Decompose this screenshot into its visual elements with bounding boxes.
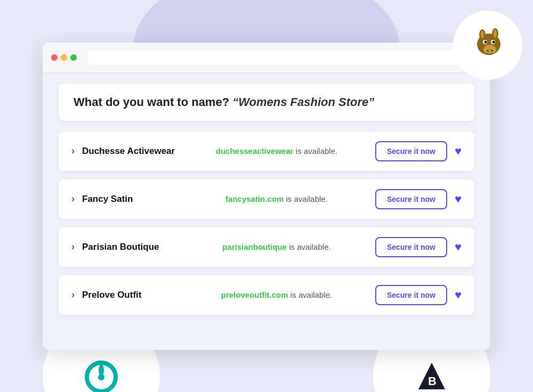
svg-text:B: B xyxy=(428,374,437,388)
minimize-button[interactable] xyxy=(61,54,67,61)
godaddy-logo-icon xyxy=(77,352,125,392)
svg-point-8 xyxy=(484,41,487,44)
svg-point-2 xyxy=(481,31,484,38)
secure-button-duchesse[interactable]: Secure it now xyxy=(375,141,447,161)
svg-point-4 xyxy=(494,30,497,37)
favorite-icon-prelove[interactable]: ♥ xyxy=(455,288,462,302)
secure-button-prelove[interactable]: Secure it now xyxy=(375,285,447,305)
domain-suffix-prelove: is available. xyxy=(288,290,333,299)
brand-name-parisian: Parisian Boutique xyxy=(82,242,178,252)
result-card-fancy-satin: › Fancy Satin fancysatin.com is availabl… xyxy=(59,179,474,219)
svg-point-5 xyxy=(483,45,496,54)
svg-point-11 xyxy=(491,50,493,52)
browser-content: What do you want to name? “Womens Fashio… xyxy=(43,73,490,334)
expand-icon-fancy-satin[interactable]: › xyxy=(71,193,75,205)
availability-text-duchesse: duchesseactivewear is available. xyxy=(178,146,375,156)
domain-suffix-duchesse: is available. xyxy=(294,146,338,156)
question-text: What do you want to name? xyxy=(74,95,229,109)
secure-button-fancy-satin[interactable]: Secure it now xyxy=(375,189,447,209)
search-question-card: What do you want to name? “Womens Fashio… xyxy=(59,84,474,121)
search-question: What do you want to name? “Womens Fashio… xyxy=(74,95,459,109)
search-value: “Womens Fashion Store” xyxy=(232,95,374,109)
svg-point-10 xyxy=(487,50,489,52)
secure-button-parisian[interactable]: Secure it now xyxy=(375,237,447,257)
favorite-icon-duchesse[interactable]: ♥ xyxy=(455,144,462,158)
domain-suffix-parisian: is available. xyxy=(287,242,331,251)
results-list: › Duchesse Activewear duchesseactivewear… xyxy=(59,132,474,315)
brand-name-fancy-satin: Fancy Satin xyxy=(82,194,178,205)
availability-text-parisian: parisianboutique is available. xyxy=(178,242,375,251)
expand-icon-duchesse[interactable]: › xyxy=(71,145,75,157)
close-button[interactable] xyxy=(51,54,58,61)
result-card-parisian: › Parisian Boutique parisianboutique is … xyxy=(59,227,474,267)
result-card-prelove: › Prelove Outfit preloveoutfit.com is av… xyxy=(59,275,474,315)
mascot-circle xyxy=(453,11,522,80)
domain-highlight-duchesse: duchesseactivewear xyxy=(216,146,294,156)
browser-titlebar xyxy=(43,43,490,73)
svg-point-12 xyxy=(98,374,104,380)
expand-icon-parisian[interactable]: › xyxy=(71,241,75,252)
favorite-icon-fancy-satin[interactable]: ♥ xyxy=(455,192,462,206)
domain-suffix-fancy-satin: is available. xyxy=(284,194,328,203)
brand-name-duchesse: Duchesse Activewear xyxy=(82,146,178,157)
address-bar[interactable] xyxy=(87,50,477,65)
domain-highlight-fancy-satin: fancysatin.com xyxy=(225,194,284,203)
favorite-icon-parisian[interactable]: ♥ xyxy=(455,240,462,254)
availability-text-fancy-satin: fancysatin.com is available. xyxy=(178,194,375,203)
browser-window: What do you want to name? “Womens Fashio… xyxy=(43,43,490,350)
availability-text-prelove: preloveoutfit.com is available. xyxy=(178,290,375,299)
domain-highlight-prelove: preloveoutfit.com xyxy=(221,290,288,299)
result-card-duchesse: › Duchesse Activewear duchesseactivewear… xyxy=(59,132,474,171)
traffic-lights xyxy=(51,54,77,61)
svg-point-9 xyxy=(492,41,495,44)
expand-icon-prelove[interactable]: › xyxy=(71,289,75,300)
donkey-mascot-icon xyxy=(466,24,509,67)
brand-name-prelove: Prelove Outfit xyxy=(82,290,178,300)
domain-highlight-parisian: parisianboutique xyxy=(222,242,287,251)
bigcommerce-logo-icon: B xyxy=(408,352,456,392)
maximize-button[interactable] xyxy=(70,54,77,61)
